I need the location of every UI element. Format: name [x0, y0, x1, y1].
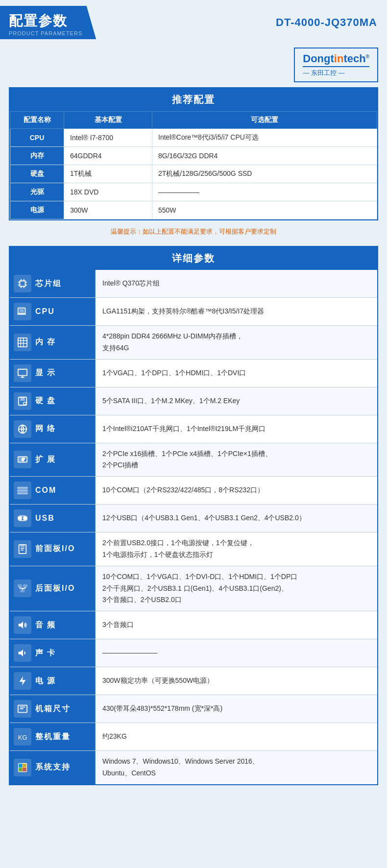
- detail-icon-12: [14, 644, 31, 662]
- svg-point-22: [24, 402, 26, 405]
- detail-icon-7: [14, 482, 31, 499]
- detail-row: 系统支持 Windows 7、Windows10、Windows Server …: [10, 751, 377, 784]
- detail-icon-11: [14, 616, 31, 634]
- detail-label: 前面板I/O: [10, 532, 96, 566]
- detail-value: LGA1151构架，支持英特尔®酷睿™8代I3/I5/I7处理器: [96, 298, 377, 325]
- svg-rect-30: [18, 490, 27, 491]
- detail-label-text: 前面板I/O: [35, 544, 75, 554]
- detail-icon-9: [14, 540, 31, 558]
- svg-rect-12: [18, 338, 27, 347]
- svg-rect-26: [20, 458, 22, 461]
- detail-row: 扩 展 2个PCIe x16插槽、1个PCIe x4插槽、1个PCIe×1插槽、…: [10, 443, 377, 477]
- col-optional: 可选配置: [152, 112, 377, 129]
- svg-rect-27: [22, 458, 25, 459]
- model-number: DT-4000-JQ370MA: [276, 16, 377, 29]
- row-basic: 18X DVD: [64, 183, 152, 201]
- svg-marker-48: [20, 676, 26, 685]
- row-name: 硬盘: [10, 165, 64, 183]
- svg-rect-41: [21, 590, 24, 592]
- detail-label-text: 硬 盘: [35, 396, 56, 406]
- detail-row: 电 源 300W额定功率（可更换550W电源）: [10, 667, 377, 695]
- detail-row: 音 频 3个音频口: [10, 611, 377, 639]
- detail-label-text: 扩 展: [35, 455, 56, 465]
- logo-area: Dongtintech® — 东田工控 —: [0, 45, 387, 87]
- svg-rect-59: [23, 768, 26, 772]
- detail-icon-16: [14, 759, 31, 776]
- detail-icon-14: [14, 700, 31, 718]
- detail-value: Intel® Q370芯片组: [96, 270, 377, 297]
- page-title-en: PRODUCT PARAMETERS: [9, 30, 82, 36]
- detail-label: 声 卡: [10, 639, 96, 667]
- svg-text:KG: KG: [18, 734, 27, 741]
- detail-label-text: 后面板I/O: [35, 583, 75, 594]
- detail-value: 4*288pin DDR4 2666MHz U-DIMM内存插槽，支持64G: [96, 326, 377, 359]
- table-row: 内存 64GDDR4 8G/16G/32G DDR4: [10, 147, 377, 165]
- detail-label-text: 整机重量: [35, 732, 71, 742]
- recommended-table: 配置名称 基本配置 可选配置 CPU Intel® I7-8700 Intel®…: [10, 111, 377, 219]
- detail-icon-4: [14, 392, 31, 410]
- detail-value: 约23KG: [96, 723, 377, 750]
- detail-value: 3个音频口: [96, 611, 377, 639]
- detail-icon-1: [14, 303, 31, 320]
- svg-rect-39: [18, 585, 22, 587]
- svg-point-33: [19, 517, 22, 520]
- detail-label-text: CPU: [35, 307, 55, 316]
- row-optional: 2T机械/128G/256G/500G SSD: [152, 165, 377, 183]
- detail-value: 1个Intel®i210AT千兆网口、1个Intel®I219LM千兆网口: [96, 415, 377, 443]
- detail-value: 2个前置USB2.0接口，1个电源按键，1个复位键，1个电源指示灯，1个硬盘状态…: [96, 532, 377, 566]
- table-row: 光驱 18X DVD ——————: [10, 183, 377, 201]
- detail-value: 10个COM口（2个RS232/422/485口，8个RS232口）: [96, 477, 377, 504]
- detail-label-text: 音 频: [35, 620, 56, 630]
- detail-section: 详细参数 芯片组 Intel® Q370芯片组 CPU LGA1151构架，支持…: [0, 246, 387, 795]
- row-basic: 1T机械: [64, 165, 152, 183]
- recommended-table-container: 推荐配置 配置名称 基本配置 可选配置 CPU Intel® I7-8700 I…: [9, 87, 378, 220]
- detail-icon-0: [14, 275, 31, 292]
- svg-marker-47: [19, 650, 23, 657]
- svg-rect-28: [22, 460, 24, 461]
- detail-label: 系统支持: [10, 751, 96, 784]
- detail-icon-3: [14, 364, 31, 382]
- row-optional: 8G/16G/32G DDR4: [152, 147, 377, 165]
- svg-rect-0: [20, 281, 25, 287]
- detail-icon-15: KG: [14, 728, 31, 746]
- row-basic: 64GDDR4: [64, 147, 152, 165]
- detail-row: CPU LGA1151构架，支持英特尔®酷睿™8代I3/I5/I7处理器: [10, 298, 377, 326]
- svg-rect-10: [20, 309, 24, 313]
- row-basic: 300W: [64, 201, 152, 219]
- detail-icon-10: [14, 579, 31, 597]
- table-row: 硬盘 1T机械 2T机械/128G/256G/500G SSD: [10, 165, 377, 183]
- svg-rect-17: [18, 369, 27, 375]
- detail-header: 详细参数: [10, 247, 377, 270]
- detail-icon-6: [14, 451, 31, 468]
- svg-rect-56: [19, 764, 23, 768]
- row-name: 光驱: [10, 183, 64, 201]
- detail-rows: 芯片组 Intel® Q370芯片组 CPU LGA1151构架，支持英特尔®酷…: [10, 270, 377, 784]
- detail-row: 机箱尺寸 430(带耳朵483)*552*178mm (宽*深*高): [10, 695, 377, 723]
- detail-label: 网 络: [10, 415, 96, 443]
- recommended-section: 推荐配置 配置名称 基本配置 可选配置 CPU Intel® I7-8700 I…: [0, 87, 387, 241]
- svg-rect-36: [21, 545, 24, 547]
- detail-row: 硬 盘 5个SATA III口、1个M.2 MKey、1个M.2 EKey: [10, 387, 377, 415]
- detail-value: 5个SATA III口、1个M.2 MKey、1个M.2 EKey: [96, 387, 377, 415]
- svg-rect-21: [20, 397, 24, 400]
- row-name: CPU: [10, 129, 64, 147]
- detail-label-text: COM: [35, 486, 56, 495]
- svg-rect-11: [17, 314, 26, 315]
- detail-row: 内 存 4*288pin DDR4 2666MHz U-DIMM内存插槽，支持6…: [10, 326, 377, 360]
- detail-label: 音 频: [10, 611, 96, 639]
- detail-label-text: 显 示: [35, 368, 56, 378]
- row-name: 内存: [10, 147, 64, 165]
- detail-row: COM 10个COM口（2个RS232/422/485口，8个RS232口）: [10, 477, 377, 505]
- svg-rect-29: [18, 487, 27, 489]
- detail-row: 前面板I/O 2个前置USB2.0接口，1个电源按键，1个复位键，1个电源指示灯…: [10, 532, 377, 566]
- svg-rect-31: [18, 493, 27, 494]
- brand-logo: Dongtintech® — 东田工控 —: [294, 48, 378, 82]
- detail-value: 430(带耳朵483)*552*178mm (宽*深*高): [96, 695, 377, 723]
- detail-label: USB: [10, 505, 96, 532]
- detail-icon-8: [14, 509, 31, 527]
- svg-marker-46: [19, 622, 23, 629]
- detail-value: Windows 7、Windows10、Windows Server 2016、…: [96, 751, 377, 784]
- detail-row: 网 络 1个Intel®i210AT千兆网口、1个Intel®I219LM千兆网…: [10, 415, 377, 443]
- page-title-zh: 配置参数: [9, 12, 82, 30]
- detail-label: COM: [10, 477, 96, 504]
